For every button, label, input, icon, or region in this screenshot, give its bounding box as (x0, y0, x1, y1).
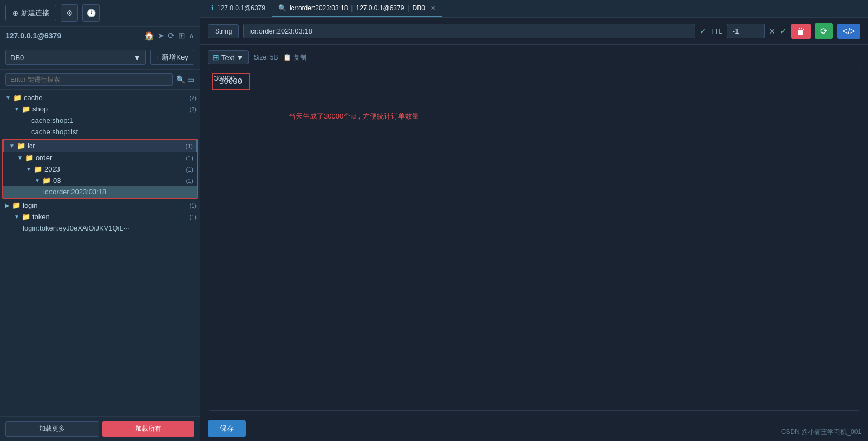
tree-label: icr:order:2023:03:18 (43, 188, 193, 196)
chevron-icon: ▶ (5, 202, 10, 208)
value-editor-wrapper: 30000 30000 当天生成了30000个id，方便统计订单数量 (208, 69, 860, 411)
tabs-bar: ℹ 127.0.0.1@6379 🔍 icr:order:2023:03:18 … (200, 0, 868, 18)
info-icon: ℹ (211, 4, 214, 12)
key-input[interactable] (243, 24, 695, 38)
ttl-input[interactable] (727, 24, 765, 38)
terminal-icon[interactable]: ➤ (158, 31, 165, 41)
tree-count: (1) (186, 155, 193, 161)
chevron-icon: ▼ (9, 143, 15, 149)
collapse-icon[interactable]: ∧ (188, 31, 194, 41)
chevron-icon: ▼ (5, 95, 11, 101)
copy-button[interactable]: 📋 复制 (283, 53, 306, 62)
tree-item-cache-shop-list[interactable]: cache:shop:list (0, 126, 200, 137)
tree-label: cache (24, 94, 187, 102)
tree-item-cache[interactable]: ▼ 📁 cache (2) (0, 92, 200, 103)
chevron-icon: ▼ (14, 106, 19, 112)
filter-icon[interactable]: ▭ (187, 75, 194, 84)
tab-divider2: | (407, 4, 409, 12)
tree-label: 03 (53, 176, 184, 185)
tree-label: shop (32, 105, 187, 113)
delete-button[interactable]: 🗑 (791, 24, 811, 39)
value-toolbar: ⊞ Text ▼ Size: 5B 📋 复制 (208, 50, 860, 64)
ttl-clear-icon[interactable]: ✕ (769, 27, 775, 36)
key-editor-bar: String ✓ TTL ✕ ✓ 🗑 ⟳ </> (200, 18, 868, 45)
tree-item-login-token[interactable]: login:token:eyJ0eXAiOiJKV1QiL··· (0, 222, 200, 234)
tree-label: token (32, 213, 187, 221)
refresh-button[interactable]: ⟳ (815, 23, 833, 39)
tab-db-ref: DB0 (413, 4, 425, 12)
tab-key[interactable]: 🔍 icr:order:2023:03:18 | 127.0.0.1@6379 … (272, 0, 442, 17)
tree-count: (2) (190, 106, 197, 113)
tab-close-button[interactable]: ✕ (430, 5, 435, 12)
value-area: ⊞ Text ▼ Size: 5B 📋 复制 30000 30000 (200, 45, 868, 416)
folder-icon: 📁 (42, 176, 51, 185)
load-all-button[interactable]: 加载所有 (102, 421, 195, 437)
chevron-down-icon: ▼ (134, 54, 141, 62)
folder-icon: 📁 (12, 201, 21, 209)
tree-item-shop[interactable]: ▼ 📁 shop (2) (0, 103, 200, 115)
db-selector[interactable]: DB0 ▼ (5, 50, 146, 65)
tree-item-cache-shop-1[interactable]: cache:shop:1 (0, 115, 200, 126)
copy-label: 复制 (293, 53, 306, 62)
watermark: CSDN @小霸王学习机_001 (781, 427, 862, 437)
add-key-label: + 新增Key (156, 53, 188, 61)
tree-item-03[interactable]: ▼ 📁 03 (1) (3, 175, 197, 186)
tree-item-login[interactable]: ▶ 📁 login (1) (0, 200, 200, 211)
table-icon: ⊞ (213, 53, 219, 62)
folder-icon: 📁 (22, 213, 30, 221)
new-connection-button[interactable]: ⊕ 新建连接 (5, 5, 56, 21)
format-selector[interactable]: ⊞ Text ▼ (208, 50, 249, 64)
tree-label: login:token:eyJ0eXAiOiJKV1QiL··· (23, 224, 197, 232)
home-icon[interactable]: 🏠 (144, 31, 154, 41)
add-key-button[interactable]: + 新增Key (150, 50, 194, 65)
tree-label: cache:shop:list (31, 128, 197, 136)
folder-icon: 📁 (25, 154, 34, 162)
load-all-label: 加载所有 (135, 425, 161, 432)
chevron-down-icon: ▼ (237, 54, 244, 62)
tab-server-label: 127.0.0.1@6379 (217, 4, 265, 12)
chevron-icon: ▼ (35, 177, 40, 183)
clock-icon: 🕐 (87, 9, 96, 17)
tree-label: 2023 (44, 165, 184, 173)
key-tree: ▼ 📁 cache (2) ▼ 📁 shop (2) cache:shop:1 … (0, 90, 200, 416)
new-connection-label: 新建连接 (21, 8, 49, 18)
save-row: 保存 (200, 416, 868, 441)
search-icon[interactable]: 🔍 (176, 75, 185, 84)
tree-item-token[interactable]: ▼ 📁 token (1) (0, 211, 200, 222)
tree-item-icr[interactable]: ▼ 📁 icr (1) (3, 140, 197, 152)
tree-item-order[interactable]: ▼ 📁 order (1) (3, 152, 197, 163)
refresh-icon[interactable]: ⟳ (168, 31, 175, 41)
settings-button[interactable]: ⚙ (61, 4, 78, 22)
server-name: 127.0.0.1@6379 (5, 31, 140, 40)
value-editor[interactable]: 30000 (208, 69, 860, 410)
format-label: Text (221, 54, 234, 62)
tree-item-icr-order-key[interactable]: icr:order:2023:03:18 (3, 186, 197, 198)
ttl-confirm-icon[interactable]: ✓ (780, 26, 787, 36)
chevron-icon: ▼ (26, 166, 31, 172)
tree-count: (1) (186, 177, 193, 184)
load-more-button[interactable]: 加载更多 (5, 421, 99, 437)
tab-divider: | (351, 4, 353, 12)
folder-icon: 📁 (34, 165, 42, 173)
tree-item-2023[interactable]: ▼ 📁 2023 (1) (3, 163, 197, 175)
save-button[interactable]: 保存 (208, 420, 246, 437)
grid-icon[interactable]: ⊞ (178, 31, 185, 41)
tab-server[interactable]: ℹ 127.0.0.1@6379 (205, 0, 272, 17)
search-icon: 🔍 (278, 4, 286, 12)
type-badge: String (208, 24, 239, 38)
tab-server-ref: 127.0.0.1@6379 (356, 4, 404, 12)
gear-icon: ⚙ (66, 9, 73, 17)
code-button[interactable]: </> (837, 24, 860, 39)
tree-label: cache:shop:1 (31, 116, 197, 124)
history-button[interactable]: 🕐 (82, 4, 100, 22)
search-input[interactable] (5, 73, 173, 86)
db-select-label: DB0 (10, 54, 24, 62)
save-label: 保存 (220, 424, 234, 432)
key-confirm-icon[interactable]: ✓ (700, 26, 707, 36)
tree-count: (1) (186, 166, 193, 173)
tree-count: (1) (190, 202, 197, 209)
tree-label: order (36, 154, 184, 162)
size-label: Size: 5B (254, 54, 278, 61)
tree-label: icr (28, 142, 184, 150)
tree-count: (2) (190, 95, 197, 101)
